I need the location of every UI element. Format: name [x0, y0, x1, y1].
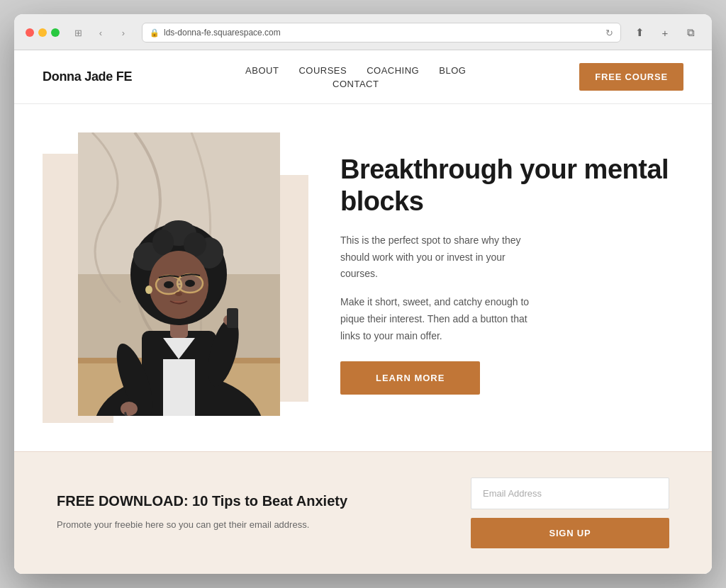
download-form: SIGN UP [471, 477, 669, 548]
browser-chrome: ⊞ ‹ › 🔒 lds-donna-fe.squarespace.com ↻ ⬆… [14, 14, 712, 50]
hero-image-container [57, 132, 298, 416]
site-nav: ABOUT COURSES COACHING BLOG CONTACT [245, 65, 466, 89]
learn-more-button[interactable]: LEARN MORE [340, 361, 480, 395]
address-bar[interactable]: 🔒 lds-donna-fe.squarespace.com ↻ [142, 23, 621, 43]
email-input[interactable] [471, 477, 669, 509]
nav-row-top: ABOUT COURSES COACHING BLOG [245, 65, 466, 76]
svg-point-29 [145, 285, 152, 294]
svg-rect-12 [227, 308, 238, 328]
browser-actions: ⬆ + ⧉ [630, 25, 700, 40]
nav-courses[interactable]: COURSES [298, 65, 347, 76]
forward-button[interactable]: › [113, 25, 133, 40]
svg-point-26 [164, 281, 174, 288]
download-section: FREE DOWNLOAD: 10 Tips to Beat Anxiety P… [14, 451, 712, 574]
close-button[interactable] [26, 28, 34, 37]
download-text: FREE DOWNLOAD: 10 Tips to Beat Anxiety P… [57, 493, 442, 533]
signup-button[interactable]: SIGN UP [471, 518, 669, 548]
svg-point-28 [175, 292, 182, 296]
free-course-button[interactable]: FREE COURSE [579, 63, 683, 91]
hero-image-svg [78, 132, 280, 416]
website: Donna Jade FE ABOUT COURSES COACHING BLO… [14, 50, 712, 574]
reload-icon[interactable]: ↻ [605, 28, 613, 38]
hero-section: Breakthrough your mental blocks This is … [14, 104, 712, 451]
window-grid-button[interactable]: ⊞ [68, 25, 88, 40]
download-description: Promote your freebie here so you can get… [57, 518, 442, 533]
new-tab-button[interactable]: + [655, 25, 675, 40]
hero-content: Breakthrough your mental blocks This is … [340, 154, 669, 395]
share-button[interactable]: ⬆ [630, 25, 649, 40]
download-title: FREE DOWNLOAD: 10 Tips to Beat Anxiety [57, 493, 442, 509]
hero-paragraph-2: Make it short, sweet, and catchy enough … [340, 294, 539, 344]
hero-photo [78, 132, 280, 416]
maximize-button[interactable] [51, 28, 60, 37]
site-header: Donna Jade FE ABOUT COURSES COACHING BLO… [14, 50, 712, 104]
url-text: lds-donna-fe.squarespace.com [164, 28, 281, 38]
hero-paragraph-1: This is the perfect spot to share why th… [340, 232, 539, 283]
nav-contact[interactable]: CONTACT [333, 79, 379, 89]
back-button[interactable]: ‹ [91, 25, 111, 40]
lock-icon: 🔒 [150, 28, 160, 38]
svg-point-18 [152, 230, 174, 255]
hero-title: Breakthrough your mental blocks [340, 154, 669, 218]
nav-coaching[interactable]: COACHING [367, 65, 419, 76]
site-logo: Donna Jade FE [43, 69, 132, 84]
traffic-lights [26, 28, 60, 37]
nav-row-bottom: CONTACT [333, 79, 379, 89]
browser-window: ⊞ ‹ › 🔒 lds-donna-fe.squarespace.com ↻ ⬆… [14, 14, 712, 574]
browser-controls: ⊞ ‹ › [68, 25, 133, 40]
nav-blog[interactable]: BLOG [439, 65, 466, 76]
tabs-button[interactable]: ⧉ [681, 25, 700, 40]
svg-point-27 [185, 280, 195, 287]
minimize-button[interactable] [38, 28, 47, 37]
nav-about[interactable]: ABOUT [245, 65, 279, 76]
svg-point-8 [121, 402, 138, 416]
